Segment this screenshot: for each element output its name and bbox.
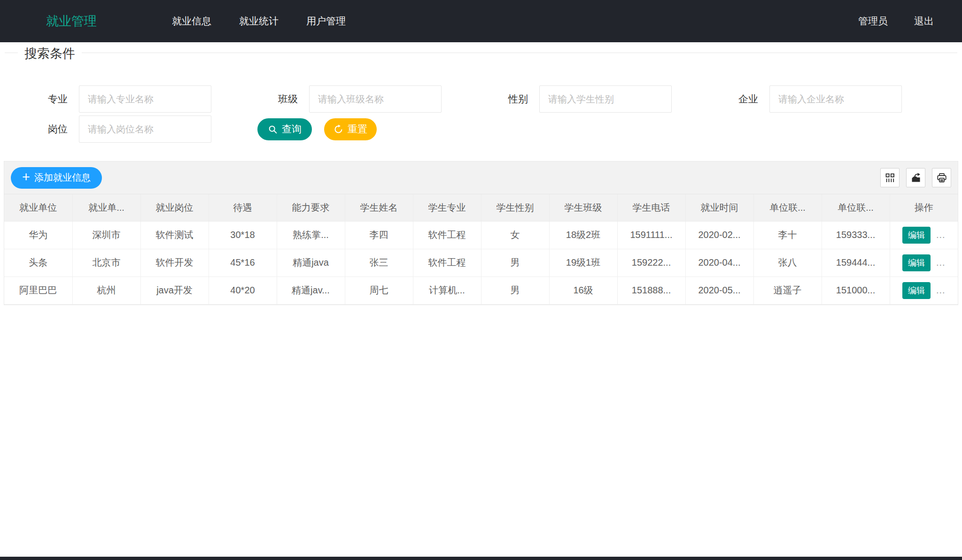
export-button[interactable] (906, 168, 925, 187)
table-cell: 159222... (617, 249, 685, 276)
field-gender: 性别 (507, 85, 672, 113)
column-header: 学生专业 (413, 194, 481, 221)
edit-button[interactable]: 编辑 (902, 282, 931, 299)
actions-cell: 编辑... (890, 249, 958, 276)
nav-item-employment-stats[interactable]: 就业统计 (239, 15, 279, 28)
column-header: 待遇 (209, 194, 277, 221)
table-cell: java开发 (140, 276, 209, 304)
nav-item-logout[interactable]: 退出 (914, 15, 934, 28)
table-cell: 18级2班 (549, 221, 617, 249)
nav-item-employment-info[interactable]: 就业信息 (172, 15, 211, 28)
table-row: 头条北京市软件开发45*16精通java张三软件工程男19级1班159222..… (4, 249, 958, 276)
table-cell: 阿里巴巴 (4, 276, 72, 304)
table-cell: 2020-04... (685, 249, 753, 276)
table-cell: 软件测试 (140, 221, 209, 249)
refresh-icon (334, 124, 343, 134)
print-button[interactable] (932, 168, 951, 187)
edit-button[interactable]: 编辑 (902, 254, 931, 271)
columns-filter-button[interactable] (880, 168, 900, 187)
app-logo[interactable]: 就业管理 (46, 13, 97, 30)
table-cell: 精通java (277, 249, 345, 276)
reset-button-label: 重置 (348, 123, 367, 136)
field-class: 班级 (277, 85, 442, 113)
table-toolbar: + 添加就业信息 (4, 161, 958, 194)
field-company: 企业 (737, 85, 902, 113)
column-header: 就业单... (72, 194, 140, 221)
column-header: 学生班级 (549, 194, 617, 221)
truncated-actions-text: ... (936, 257, 946, 268)
position-label: 岗位 (47, 123, 68, 136)
field-position: 岗位 (47, 115, 211, 143)
column-header: 就业岗位 (140, 194, 209, 221)
table-cell: 计算机... (413, 276, 481, 304)
table-cell: 软件开发 (140, 249, 209, 276)
employment-table-card: + 添加就业信息 (4, 161, 958, 305)
search-form-row-2: 岗位 查询 重置 (0, 115, 962, 143)
bottom-bar (0, 557, 962, 560)
table-cell: 软件工程 (413, 221, 481, 249)
table-cell: 19级1班 (549, 249, 617, 276)
table-cell: 151888... (617, 276, 685, 304)
company-label: 企业 (737, 92, 758, 106)
edit-button[interactable]: 编辑 (902, 227, 931, 244)
table-cell: 男 (481, 249, 549, 276)
truncated-actions-text: ... (936, 285, 946, 295)
table-cell: 张三 (345, 249, 413, 276)
nav-right: 管理员 退出 (858, 15, 934, 28)
gender-input[interactable] (539, 85, 672, 113)
query-button[interactable]: 查询 (257, 118, 312, 140)
actions-cell: 编辑... (890, 221, 958, 249)
column-header: 单位联... (822, 194, 890, 221)
table-cell: 逍遥子 (753, 276, 822, 304)
major-input[interactable] (79, 85, 211, 113)
table-header-row: 就业单位就业单...就业岗位待遇能力要求学生姓名学生专业学生性别学生班级学生电话… (4, 194, 958, 221)
table-cell: 151000... (822, 276, 890, 304)
table-cell: 张八 (753, 249, 822, 276)
table-cell: 华为 (4, 221, 72, 249)
major-label: 专业 (47, 92, 68, 106)
column-header: 学生姓名 (345, 194, 413, 221)
column-header: 就业单位 (4, 194, 72, 221)
table-cell: 2020-05... (685, 276, 753, 304)
table-cell: 159444... (822, 249, 890, 276)
search-form-row-1: 专业 班级 性别 企业 (0, 85, 962, 113)
page: 就业管理 就业信息 就业统计 用户管理 管理员 退出 搜索条件 专业 班级 性别… (0, 0, 962, 560)
reset-button[interactable]: 重置 (324, 118, 377, 140)
field-major: 专业 (47, 85, 211, 113)
table-cell: 熟练掌... (277, 221, 345, 249)
table-cell: 李四 (345, 221, 413, 249)
table-cell: 头条 (4, 249, 72, 276)
nav-item-admin[interactable]: 管理员 (858, 15, 888, 28)
table-cell: 40*20 (209, 276, 277, 304)
table-cell: 45*16 (209, 249, 277, 276)
actions-cell: 编辑... (890, 276, 958, 304)
top-navbar: 就业管理 就业信息 就业统计 用户管理 管理员 退出 (0, 0, 962, 42)
table-cell: 2020-02... (685, 221, 753, 249)
employment-table: 就业单位就业单...就业岗位待遇能力要求学生姓名学生专业学生性别学生班级学生电话… (4, 194, 958, 305)
gender-label: 性别 (507, 92, 528, 106)
table-cell: 软件工程 (413, 249, 481, 276)
truncated-actions-text: ... (936, 230, 946, 240)
class-input[interactable] (309, 85, 442, 113)
add-employment-button[interactable]: + 添加就业信息 (11, 167, 102, 189)
column-header: 操作 (890, 194, 958, 221)
class-label: 班级 (277, 92, 298, 106)
table-cell: 1591111... (617, 221, 685, 249)
print-icon (936, 172, 947, 184)
table-cell: 女 (481, 221, 549, 249)
add-employment-button-label: 添加就业信息 (34, 171, 91, 184)
column-header: 学生电话 (617, 194, 685, 221)
column-header: 就业时间 (685, 194, 753, 221)
table-cell: 杭州 (72, 276, 140, 304)
table-cell: 159333... (822, 221, 890, 249)
search-section-divider: 搜索条件 (5, 53, 957, 53)
columns-filter-icon (884, 172, 896, 184)
position-input[interactable] (79, 115, 211, 143)
company-input[interactable] (769, 85, 902, 113)
nav-item-user-management[interactable]: 用户管理 (306, 15, 346, 28)
column-header: 能力要求 (277, 194, 345, 221)
query-button-label: 查询 (282, 123, 302, 136)
table-cell: 李十 (753, 221, 822, 249)
column-header: 单位联... (753, 194, 822, 221)
search-section-title: 搜索条件 (18, 45, 82, 62)
